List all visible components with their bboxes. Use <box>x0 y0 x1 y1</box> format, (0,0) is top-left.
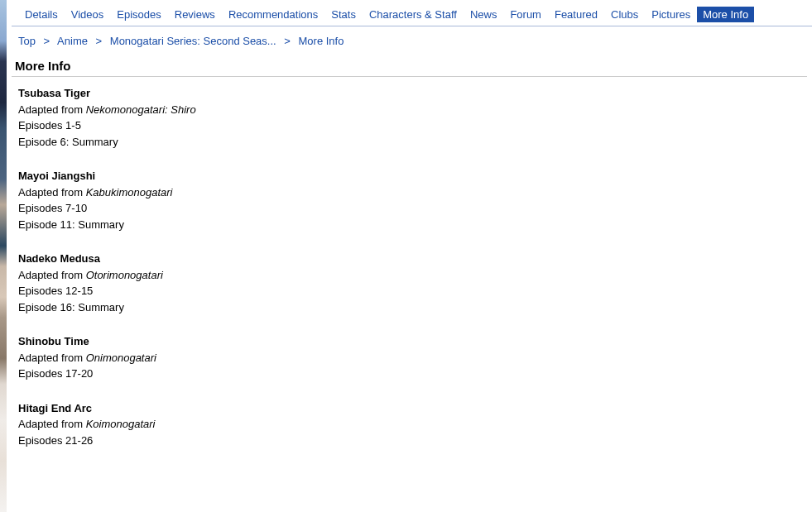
arc-source: Otorimonogatari <box>86 269 163 281</box>
tab-news[interactable]: News <box>464 7 504 22</box>
arc-block: Nadeko Medusa Adapted from Otorimonogata… <box>18 251 805 315</box>
arc-adapted-prefix: Adapted from <box>18 103 86 116</box>
breadcrumb-anime[interactable]: Anime <box>57 35 88 47</box>
arc-episodes: Episodes 21-26 <box>18 433 805 449</box>
content-wrapper: Details Videos Episodes Reviews Recommen… <box>12 0 812 448</box>
arc-title: Nadeko Medusa <box>18 251 805 267</box>
breadcrumb-sep: > <box>279 35 295 47</box>
arc-summary: Episode 16: Summary <box>18 299 805 316</box>
arc-source: Onimonogatari <box>86 352 156 364</box>
arc-block: Tsubasa Tiger Adapted from Nekomonogatar… <box>18 85 805 150</box>
tab-details[interactable]: Details <box>18 7 65 22</box>
breadcrumb-current: More Info <box>299 35 344 47</box>
tab-recommendations[interactable]: Recommendations <box>222 7 324 22</box>
arc-summary: Episode 6: Summary <box>18 134 805 151</box>
tab-more-info[interactable]: More Info <box>697 7 754 22</box>
arc-adapted: Adapted from Kabukimonogatari <box>18 184 805 201</box>
tab-videos[interactable]: Videos <box>65 7 111 22</box>
breadcrumb-series[interactable]: Monogatari Series: Second Seas... <box>110 35 276 47</box>
arc-list: Tsubasa Tiger Adapted from Nekomonogatar… <box>12 85 812 448</box>
arc-source: Nekomonogatari: Shiro <box>86 103 196 116</box>
arc-adapted: Adapted from Nekomonogatari: Shiro <box>18 102 805 118</box>
arc-adapted-prefix: Adapted from <box>18 269 86 281</box>
arc-adapted-prefix: Adapted from <box>18 352 86 364</box>
arc-block: Shinobu Time Adapted from Onimonogatari … <box>18 333 805 382</box>
arc-source: Kabukimonogatari <box>86 186 173 199</box>
breadcrumb-top[interactable]: Top <box>18 35 36 47</box>
arc-title: Mayoi Jiangshi <box>18 168 805 184</box>
arc-adapted: Adapted from Onimonogatari <box>18 350 805 366</box>
tab-clubs[interactable]: Clubs <box>604 7 645 22</box>
arc-adapted: Adapted from Koimonogatari <box>18 416 805 433</box>
arc-episodes: Episodes 17-20 <box>18 366 805 382</box>
arc-episodes: Episodes 7-10 <box>18 200 805 217</box>
tab-characters-staff[interactable]: Characters & Staff <box>363 7 464 22</box>
arc-title: Hitagi End Arc <box>18 400 805 417</box>
nav-tabs: Details Videos Episodes Reviews Recommen… <box>12 5 812 26</box>
side-image-strip <box>0 0 7 512</box>
tab-stats[interactable]: Stats <box>324 7 363 22</box>
tab-featured[interactable]: Featured <box>548 7 604 22</box>
breadcrumb: Top > Anime > Monogatari Series: Second … <box>12 26 812 54</box>
arc-episodes: Episodes 1-5 <box>18 117 805 134</box>
tab-forum[interactable]: Forum <box>503 7 548 22</box>
arc-episodes: Episodes 12-15 <box>18 283 805 299</box>
arc-title: Shinobu Time <box>18 333 805 350</box>
arc-adapted: Adapted from Otorimonogatari <box>18 267 805 284</box>
arc-block: Hitagi End Arc Adapted from Koimonogatar… <box>18 400 805 449</box>
arc-block: Mayoi Jiangshi Adapted from Kabukimonoga… <box>18 168 805 232</box>
arc-summary: Episode 11: Summary <box>18 217 805 233</box>
arc-source: Koimonogatari <box>86 418 156 430</box>
arc-adapted-prefix: Adapted from <box>18 418 86 430</box>
tab-episodes[interactable]: Episodes <box>110 7 167 22</box>
breadcrumb-sep: > <box>91 35 108 47</box>
arc-title: Tsubasa Tiger <box>18 85 805 102</box>
tab-reviews[interactable]: Reviews <box>168 7 222 22</box>
tab-pictures[interactable]: Pictures <box>645 7 697 22</box>
page-title: More Info <box>12 54 807 77</box>
breadcrumb-sep: > <box>39 35 55 47</box>
arc-adapted-prefix: Adapted from <box>18 186 86 199</box>
